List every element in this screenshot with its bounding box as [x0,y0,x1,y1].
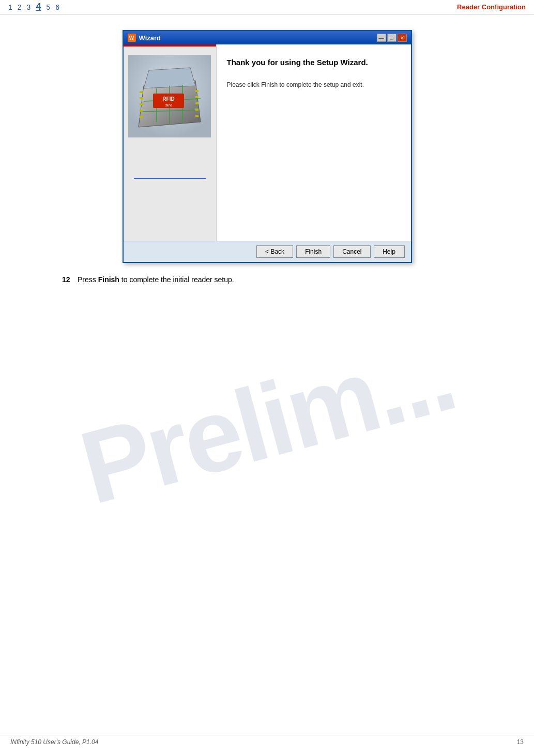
nav-step-2[interactable]: 2 [18,3,22,11]
footer-product-name: INfinity 510 User's Guide, P1.04 [10,738,98,746]
wizard-title-label: Wizard [139,34,161,42]
page-title: Reader Configuration [457,3,526,11]
svg-rect-13 [140,103,143,105]
wizard-footer: < Back Finish Cancel Help [124,241,411,262]
main-content: W Wizard — □ ✕ [0,14,534,294]
watermark: Prelim... [69,315,466,528]
svg-rect-17 [195,96,199,98]
wizard-instruction-text: Please click Finish to complete the setu… [227,80,401,89]
wizard-left-panel: RFID sint [124,44,217,241]
step-bold-word: Finish [98,275,119,284]
svg-rect-15 [140,116,143,118]
svg-rect-11 [140,91,143,93]
finish-button[interactable]: Finish [296,245,330,258]
wizard-title-left: W Wizard [128,34,161,42]
step-suffix: to complete the initial reader setup. [119,275,234,284]
wizard-window-controls: — □ ✕ [377,34,407,42]
svg-text:RFID: RFID [162,96,174,102]
step-instruction: 12 Press Finish to complete the initial … [62,275,503,284]
wizard-divider [134,178,206,179]
page-header: 1 2 3 4 5 6 Reader Configuration [0,0,534,14]
svg-rect-20 [195,115,199,117]
wizard-thank-you-text: Thank you for using the Setup Wizard. [227,57,401,68]
nav-step-5[interactable]: 5 [46,3,50,11]
svg-rect-18 [195,102,199,104]
back-button[interactable]: < Back [256,245,293,258]
help-button[interactable]: Help [374,245,405,258]
nav-step-6[interactable]: 6 [55,3,59,11]
wizard-titlebar: W Wizard — □ ✕ [124,31,411,44]
close-button[interactable]: ✕ [398,34,407,42]
svg-rect-12 [140,97,143,99]
nav-step-3[interactable]: 3 [27,3,31,11]
svg-rect-14 [140,110,143,112]
step-prefix: Press [78,275,98,284]
maximize-button[interactable]: □ [387,34,396,42]
nav-step-4-active[interactable]: 4 [36,2,41,12]
wizard-body: RFID sint [124,44,411,241]
svg-rect-16 [195,90,199,92]
footer-page-number: 13 [517,738,524,746]
wizard-app-icon: W [128,34,136,42]
svg-text:sint: sint [165,103,172,107]
nav-step-1[interactable]: 1 [8,3,12,11]
step-text: Press Finish to complete the initial rea… [78,275,234,284]
svg-marker-2 [144,68,195,88]
page-footer: INfinity 510 User's Guide, P1.04 13 [0,735,534,746]
wizard-right-panel: Thank you for using the Setup Wizard. Pl… [217,44,411,241]
cancel-button[interactable]: Cancel [333,245,370,258]
wizard-window: W Wizard — □ ✕ [123,30,412,263]
minimize-button[interactable]: — [377,34,386,42]
nav-steps: 1 2 3 4 5 6 [8,2,59,12]
svg-rect-19 [195,109,199,111]
chip-image: RFID sint [128,55,211,137]
step-number: 12 [62,275,72,284]
